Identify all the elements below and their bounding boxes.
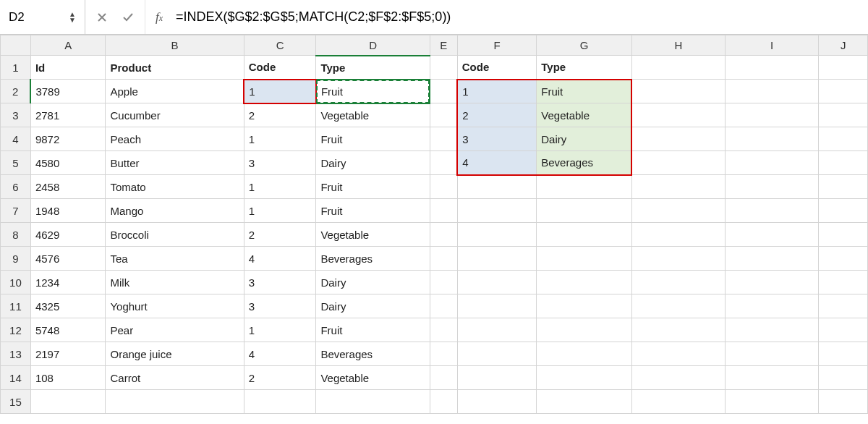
cell-A14[interactable]: 108 bbox=[30, 366, 106, 390]
col-header-F[interactable]: F bbox=[457, 35, 537, 56]
name-box[interactable]: D2 ▲ ▼ bbox=[0, 0, 85, 34]
cell-I10[interactable] bbox=[726, 271, 819, 294]
cell-B14[interactable]: Carrot bbox=[106, 366, 244, 390]
cell-I14[interactable] bbox=[726, 366, 819, 390]
row-header-7[interactable]: 7 bbox=[1, 199, 31, 223]
cell-D11[interactable]: Dairy bbox=[316, 294, 430, 318]
cell-I2[interactable] bbox=[726, 80, 819, 103]
cell-D8[interactable]: Vegetable bbox=[316, 223, 430, 247]
row-header-3[interactable]: 3 bbox=[1, 103, 31, 127]
cell-A5[interactable]: 4580 bbox=[30, 151, 106, 175]
cell-J13[interactable] bbox=[819, 342, 868, 366]
cell-C5[interactable]: 3 bbox=[244, 151, 316, 175]
cell-J2[interactable] bbox=[819, 80, 868, 103]
cell-B6[interactable]: Tomato bbox=[106, 175, 244, 199]
cell-G7[interactable] bbox=[537, 199, 632, 223]
cell-G2[interactable]: Fruit bbox=[537, 80, 632, 103]
cell-B13[interactable]: Orange juice bbox=[106, 342, 244, 366]
row-header-6[interactable]: 6 bbox=[1, 175, 31, 199]
cell-E5[interactable] bbox=[430, 151, 457, 175]
cell-G10[interactable] bbox=[537, 271, 632, 294]
cell-C15[interactable] bbox=[244, 390, 316, 414]
row-header-8[interactable]: 8 bbox=[1, 223, 31, 247]
cell-F5[interactable]: 4 bbox=[457, 151, 537, 175]
cell-H2[interactable] bbox=[631, 80, 725, 103]
cell-F2[interactable]: 1 bbox=[457, 80, 537, 103]
cell-B15[interactable] bbox=[106, 390, 244, 414]
cell-A12[interactable]: 5748 bbox=[30, 318, 106, 342]
cell-E7[interactable] bbox=[430, 199, 457, 223]
cell-J4[interactable] bbox=[819, 127, 868, 151]
row-header-12[interactable]: 12 bbox=[1, 318, 31, 342]
cell-J14[interactable] bbox=[819, 366, 868, 390]
row-header-2[interactable]: 2 bbox=[1, 80, 31, 103]
row-header-15[interactable]: 15 bbox=[1, 390, 31, 414]
cell-E11[interactable] bbox=[430, 294, 457, 318]
cell-A10[interactable]: 1234 bbox=[30, 271, 106, 294]
cell-G1[interactable]: Type bbox=[537, 56, 632, 80]
cell-H14[interactable] bbox=[631, 366, 725, 390]
cell-H9[interactable] bbox=[631, 247, 725, 271]
col-header-I[interactable]: I bbox=[726, 35, 819, 56]
col-header-J[interactable]: J bbox=[819, 35, 868, 56]
cell-D6[interactable]: Fruit bbox=[316, 175, 430, 199]
cell-A1[interactable]: Id bbox=[30, 56, 106, 80]
cell-I11[interactable] bbox=[726, 294, 819, 318]
cell-A9[interactable]: 4576 bbox=[30, 247, 106, 271]
row-header-4[interactable]: 4 bbox=[1, 127, 31, 151]
cell-D3[interactable]: Vegetable bbox=[316, 103, 430, 127]
cell-C9[interactable]: 4 bbox=[244, 247, 316, 271]
cell-J10[interactable] bbox=[819, 271, 868, 294]
cell-G12[interactable] bbox=[537, 318, 632, 342]
cell-J5[interactable] bbox=[819, 151, 868, 175]
cell-C7[interactable]: 1 bbox=[244, 199, 316, 223]
col-header-G[interactable]: G bbox=[537, 35, 632, 56]
cell-I6[interactable] bbox=[726, 175, 819, 199]
cell-D15[interactable] bbox=[316, 390, 430, 414]
row-header-5[interactable]: 5 bbox=[1, 151, 31, 175]
cell-B8[interactable]: Broccoli bbox=[106, 223, 244, 247]
cell-C4[interactable]: 1 bbox=[244, 127, 316, 151]
cell-B2[interactable]: Apple bbox=[106, 80, 244, 103]
cell-E2[interactable] bbox=[430, 80, 457, 103]
spreadsheet-grid[interactable]: A B C D E F G H I J 1IdProductCodeTypeCo… bbox=[0, 35, 868, 414]
cell-B10[interactable]: Milk bbox=[106, 271, 244, 294]
cell-E13[interactable] bbox=[430, 342, 457, 366]
cell-E15[interactable] bbox=[430, 390, 457, 414]
cell-E6[interactable] bbox=[430, 175, 457, 199]
cell-A7[interactable]: 1948 bbox=[30, 199, 106, 223]
cell-I15[interactable] bbox=[726, 390, 819, 414]
cell-A11[interactable]: 4325 bbox=[30, 294, 106, 318]
cell-F1[interactable]: Code bbox=[457, 56, 537, 80]
cell-C3[interactable]: 2 bbox=[244, 103, 316, 127]
cell-B7[interactable]: Mango bbox=[106, 199, 244, 223]
cell-F14[interactable] bbox=[457, 366, 537, 390]
cell-C1[interactable]: Code bbox=[244, 56, 316, 80]
cell-J12[interactable] bbox=[819, 318, 868, 342]
cell-I1[interactable] bbox=[726, 56, 819, 80]
cell-G11[interactable] bbox=[537, 294, 632, 318]
cell-A4[interactable]: 9872 bbox=[30, 127, 106, 151]
cell-H6[interactable] bbox=[631, 175, 725, 199]
cell-J9[interactable] bbox=[819, 247, 868, 271]
cell-F9[interactable] bbox=[457, 247, 537, 271]
cell-D14[interactable]: Vegetable bbox=[316, 366, 430, 390]
cell-G3[interactable]: Vegetable bbox=[537, 103, 632, 127]
cell-D9[interactable]: Beverages bbox=[316, 247, 430, 271]
cell-E14[interactable] bbox=[430, 366, 457, 390]
cell-I7[interactable] bbox=[726, 199, 819, 223]
row-header-11[interactable]: 11 bbox=[1, 294, 31, 318]
cell-D10[interactable]: Dairy bbox=[316, 271, 430, 294]
cancel-button[interactable] bbox=[95, 11, 109, 24]
cell-F8[interactable] bbox=[457, 223, 537, 247]
cell-C8[interactable]: 2 bbox=[244, 223, 316, 247]
cell-A6[interactable]: 2458 bbox=[30, 175, 106, 199]
cell-G9[interactable] bbox=[537, 247, 632, 271]
cell-D12[interactable]: Fruit bbox=[316, 318, 430, 342]
cell-I8[interactable] bbox=[726, 223, 819, 247]
col-header-H[interactable]: H bbox=[631, 35, 725, 56]
col-header-D[interactable]: D bbox=[316, 35, 430, 56]
cell-H4[interactable] bbox=[631, 127, 725, 151]
cell-B11[interactable]: Yoghurt bbox=[106, 294, 244, 318]
cell-H3[interactable] bbox=[631, 103, 725, 127]
